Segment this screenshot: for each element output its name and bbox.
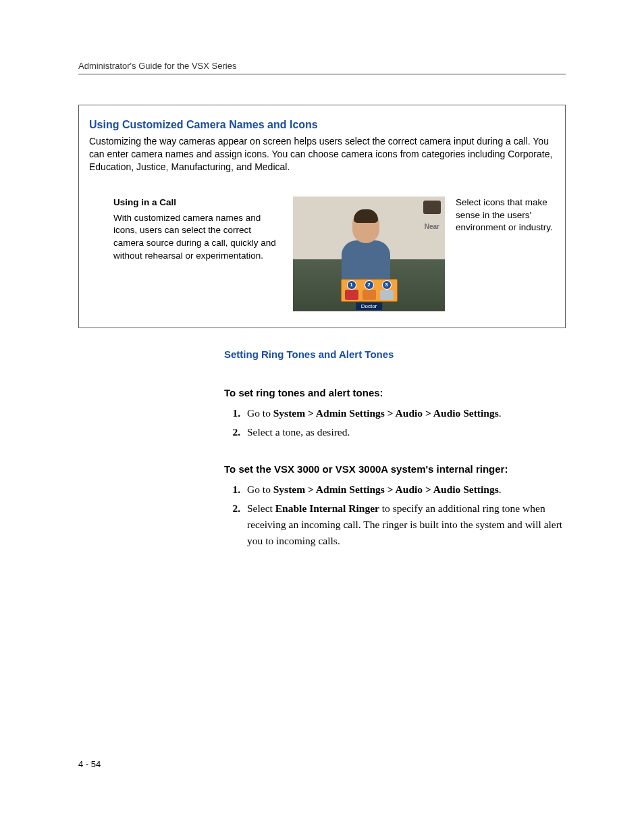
camera-cell-3: 3 <box>379 281 394 300</box>
person-figure <box>339 212 393 286</box>
task1-step1-pre: Go to <box>247 407 273 419</box>
task2-steps: Go to System > Admin Settings > Audio > … <box>224 481 566 549</box>
camera-icon-2 <box>363 290 376 300</box>
camera-badge-3: 3 <box>383 281 391 289</box>
feature-right-col: Select icons that make sense in the user… <box>456 197 555 235</box>
task2-step1-post: . <box>499 484 502 495</box>
task2-step1-pre: Go to <box>247 484 273 495</box>
using-in-call-body: With customized camera names and icons, … <box>113 212 282 263</box>
page: Administrator's Guide for the VSX Series… <box>0 0 644 834</box>
person-hair <box>354 209 378 223</box>
task1-step1-post: . <box>499 407 502 419</box>
camera-cell-2: 2 <box>362 281 377 300</box>
feature-box: Using Customized Camera Names and Icons … <box>78 105 566 328</box>
camera-cell-1: 1 <box>344 281 359 300</box>
camera-screenshot: Near 1 2 3 <box>293 197 445 311</box>
feature-row: Using in a Call With customized camera n… <box>89 197 555 311</box>
near-label: Near <box>423 222 441 231</box>
ringtones-section-title: Setting Ring Tones and Alert Tones <box>224 348 566 360</box>
camera-badge-2: 2 <box>365 281 373 289</box>
camera-icon-1 <box>345 290 358 300</box>
feature-left-col: Using in a Call With customized camera n… <box>89 197 282 263</box>
feature-intro: Customizing the way cameras appear on sc… <box>89 135 555 174</box>
camera-badge-1: 1 <box>348 281 356 289</box>
person-torso <box>342 240 390 284</box>
feature-title: Using Customized Camera Names and Icons <box>89 119 555 131</box>
person-head <box>352 212 379 243</box>
task1-steps: Go to System > Admin Settings > Audio > … <box>224 405 566 440</box>
feature-screenshot-col: Near 1 2 3 <box>293 197 445 311</box>
task2-step2-pre: Select <box>247 502 275 514</box>
using-in-call-heading: Using in a Call <box>113 197 282 209</box>
task1-step1: Go to System > Admin Settings > Audio > … <box>243 405 566 421</box>
task1-step1-bold: System > Admin Settings > Audio > Audio … <box>273 407 499 419</box>
task1-heading: To set ring tones and alert tones: <box>224 387 566 398</box>
doctor-label: Doctor <box>356 303 383 310</box>
task2-heading: To set the VSX 3000 or VSX 3000A system'… <box>224 463 566 475</box>
page-number: 4 - 54 <box>78 759 101 769</box>
task1-step2: Select a tone, as desired. <box>243 424 566 440</box>
running-header: Administrator's Guide for the VSX Series <box>78 61 566 71</box>
pip-icon <box>423 201 441 214</box>
camera-icon-bar: 1 2 3 <box>341 279 398 302</box>
task2-step2: Select Enable Internal Ringer to specify… <box>243 500 566 549</box>
task2-step1-bold: System > Admin Settings > Audio > Audio … <box>273 484 499 495</box>
body-content: Setting Ring Tones and Alert Tones To se… <box>224 348 566 549</box>
task2-step1: Go to System > Admin Settings > Audio > … <box>243 481 566 498</box>
header-rule <box>78 74 566 75</box>
task2-step2-bold: Enable Internal Ringer <box>275 502 379 514</box>
camera-icon-3 <box>380 290 394 300</box>
